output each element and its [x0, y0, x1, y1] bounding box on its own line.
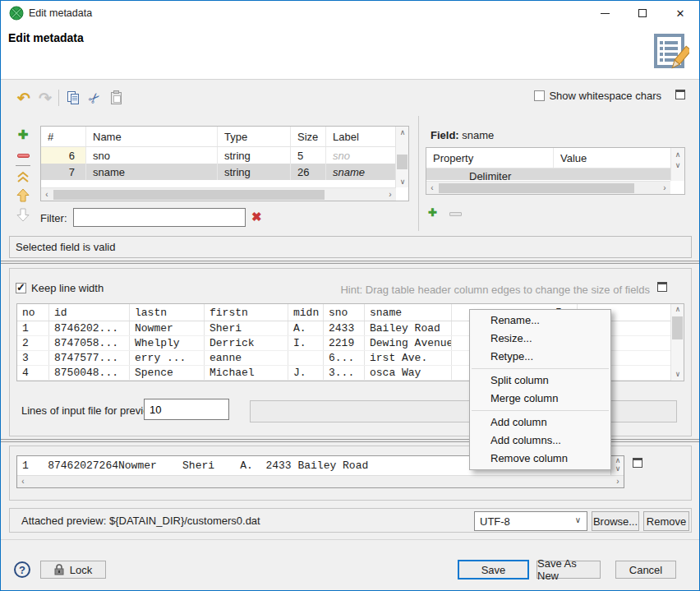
col-header-firstn[interactable]: firstn — [205, 304, 288, 321]
scroll-thumb[interactable] — [439, 183, 634, 193]
cell-label[interactable]: sno — [326, 147, 396, 164]
scroll-left-arrow[interactable]: ‹ — [17, 476, 29, 487]
close-button[interactable]: ✕ — [661, 1, 699, 25]
fields-table-header[interactable]: # Name Type Size Label — [41, 127, 408, 147]
col-header-value[interactable]: Value — [554, 148, 659, 168]
remove-property-button[interactable] — [449, 212, 462, 216]
add-property-button[interactable]: ✚ — [428, 206, 437, 219]
fields-horizontal-scrollbar[interactable]: ‹ › — [41, 187, 396, 201]
scroll-down-arrow[interactable]: ∨ — [396, 177, 409, 187]
scroll-right-arrow[interactable]: › — [612, 476, 624, 487]
cell-size[interactable]: 26 — [291, 164, 326, 180]
col-header-id[interactable]: id — [49, 304, 130, 321]
copy-button[interactable] — [63, 88, 83, 108]
cell[interactable]: 8750048... — [49, 366, 130, 380]
cell-name[interactable]: sno — [86, 147, 218, 164]
scroll-thumb[interactable] — [397, 155, 408, 169]
move-up-button[interactable] — [14, 187, 32, 203]
menu-item-split-column[interactable]: Split column — [470, 372, 610, 390]
cell[interactable]: Derrick — [205, 336, 288, 350]
scroll-up-arrow[interactable]: ∧ — [396, 127, 409, 137]
clear-filter-icon[interactable]: ✖ — [251, 210, 262, 224]
encoding-select[interactable]: UTF-8 ∨ — [474, 511, 587, 531]
save-as-new-button[interactable]: Save As New — [537, 561, 601, 579]
menu-item-merge-column[interactable]: Merge column — [470, 390, 610, 408]
property-table-header[interactable]: Property Value — [426, 148, 684, 169]
scroll-thumb[interactable] — [53, 190, 325, 200]
scroll-left-arrow[interactable]: ‹ — [41, 189, 53, 201]
cell-num[interactable]: 7 — [41, 164, 86, 180]
scroll-left-arrow[interactable]: ‹ — [426, 182, 438, 194]
filter-input[interactable] — [73, 208, 246, 227]
cell[interactable]: 6... — [324, 351, 365, 365]
undo-button[interactable]: ↶ — [14, 88, 34, 108]
cut-button[interactable]: ✂ — [85, 88, 104, 108]
scroll-thumb[interactable] — [672, 316, 683, 339]
cell[interactable]: eanne — [205, 351, 288, 365]
col-header-property[interactable]: Property — [426, 148, 554, 168]
raw-horizontal-scrollbar[interactable]: ‹ › — [17, 475, 624, 487]
cell-name[interactable]: sname — [86, 164, 218, 180]
save-button[interactable]: Save — [458, 560, 529, 579]
col-header-type[interactable]: Type — [218, 127, 291, 146]
cell[interactable]: Dewing Avenue — [365, 336, 452, 350]
cell[interactable]: erry ... — [130, 351, 205, 365]
col-header-lastn[interactable]: lastn — [130, 304, 205, 321]
cell[interactable]: 2433 — [324, 321, 365, 335]
cell[interactable]: I. — [288, 336, 324, 350]
redo-button[interactable]: ↷ — [35, 88, 55, 108]
scroll-right-arrow[interactable]: › — [385, 189, 396, 201]
raw-vertical-scrollbar[interactable]: ∧ ∨ — [610, 456, 624, 475]
menu-item-add-columns[interactable]: Add columns... — [470, 432, 610, 450]
col-header-sname[interactable]: sname — [365, 304, 452, 321]
cell-num[interactable]: 6 — [41, 147, 86, 164]
cell[interactable]: Bailey Road — [365, 321, 452, 335]
cell[interactable]: Sheri — [205, 321, 288, 335]
checkbox-box[interactable] — [16, 283, 26, 293]
scroll-up-arrow[interactable]: ∧ — [671, 305, 684, 315]
col-header-no[interactable]: no — [17, 304, 49, 321]
help-button[interactable]: ? — [14, 561, 30, 578]
paste-button[interactable] — [106, 88, 126, 108]
property-vertical-scrollbar[interactable]: ∧ ∨ — [670, 148, 684, 181]
cell[interactable]: 2219 — [324, 336, 365, 350]
cell[interactable] — [288, 351, 324, 365]
col-header-num[interactable]: # — [41, 127, 86, 146]
scroll-right-arrow[interactable]: › — [659, 182, 670, 194]
browse-button[interactable]: Browse... — [592, 511, 639, 531]
property-row-delimiter[interactable]: Delimiter — [426, 169, 684, 180]
cell[interactable]: 8747577... — [49, 351, 130, 365]
remove-field-button[interactable] — [14, 147, 32, 164]
property-horizontal-scrollbar[interactable]: ‹ › — [426, 181, 670, 194]
scroll-down-arrow[interactable]: ∨ — [671, 160, 684, 170]
cell[interactable]: 1 — [17, 321, 49, 335]
menu-item-add-column[interactable]: Add column — [470, 413, 610, 432]
cell[interactable]: irst Ave. — [365, 351, 452, 365]
minimize-button[interactable] — [586, 1, 624, 25]
field-row-sname-selected[interactable]: 7 sname string 26 sname — [41, 164, 408, 180]
cell[interactable]: 3... — [324, 366, 365, 380]
maximize-raw-button[interactable] — [633, 458, 642, 468]
cell[interactable]: J. — [288, 366, 324, 380]
field-row-sno[interactable]: 6 sno string 5 sno — [41, 147, 408, 164]
menu-item-retype[interactable]: Retype... — [470, 348, 610, 366]
col-header-name[interactable]: Name — [86, 127, 218, 146]
fields-vertical-scrollbar[interactable]: ∧ ∨ — [395, 127, 408, 187]
cell[interactable]: 3 — [17, 351, 49, 365]
col-header-midn[interactable]: midn — [288, 304, 324, 321]
cell[interactable]: A. — [288, 321, 324, 335]
show-whitespace-checkbox[interactable]: Show whitespace chars — [534, 90, 661, 102]
menu-item-resize[interactable]: Resize... — [470, 330, 610, 348]
maximize-button[interactable] — [624, 1, 661, 25]
cell[interactable]: 8746202... — [49, 321, 130, 335]
cell[interactable]: osca Way — [365, 366, 452, 380]
checkbox-box[interactable] — [534, 90, 545, 101]
move-top-button[interactable] — [14, 169, 32, 185]
cell[interactable]: Spence — [130, 366, 205, 380]
cell-type[interactable]: string — [218, 147, 291, 164]
col-header-sno[interactable]: sno — [324, 304, 365, 321]
title-bar[interactable]: Edit metadata ✕ — [1, 1, 699, 25]
col-header-size[interactable]: Size — [291, 127, 326, 146]
cell[interactable]: Nowmer — [130, 321, 205, 335]
cell[interactable]: Michael — [205, 366, 288, 380]
